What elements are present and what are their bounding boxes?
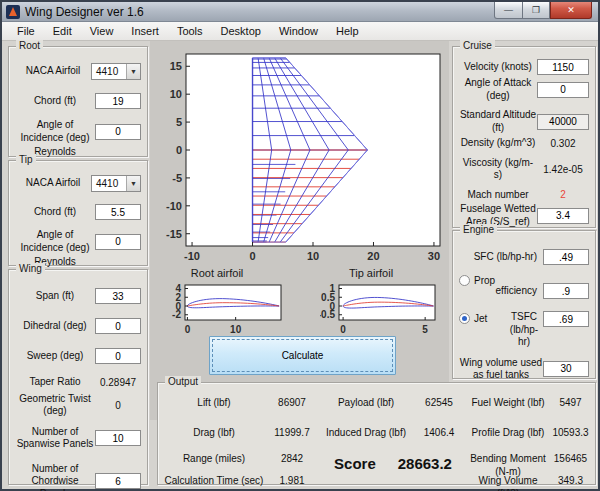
plot-area: -100102030-15-10-5051015 Root airfoil Ti…	[150, 41, 449, 420]
wing-span-label: Span (ft)	[15, 290, 95, 303]
wing-taper-label: Taper Ratio	[15, 376, 95, 389]
calculate-button[interactable]: Calculate	[209, 336, 396, 375]
output-drag-label: Drag (lbf)	[164, 427, 264, 440]
tip-airfoil-title: Tip airfoil	[321, 267, 421, 279]
svg-text:4: 4	[175, 283, 181, 294]
window-controls: — ❐ ✕	[494, 2, 592, 19]
cruise-altitude-input[interactable]	[537, 114, 589, 130]
figure-client-area: -100102030-15-10-5051015 Root airfoil Ti…	[2, 41, 598, 489]
engine-sfc-input[interactable]	[543, 249, 589, 265]
menu-view[interactable]: View	[81, 23, 123, 39]
root-naca-dropdown[interactable]: 4410 ▼	[91, 63, 141, 80]
wing-spanwise-label: Number of Spanwise Panels	[15, 426, 95, 451]
cruise-aoa-input[interactable]	[537, 82, 589, 98]
output-bending-moment-value: 156465	[550, 453, 591, 464]
engine-fuel-volume-input[interactable]	[543, 361, 589, 377]
tip-chord-input[interactable]	[95, 204, 141, 220]
svg-text:-10: -10	[184, 250, 200, 262]
menu-window[interactable]: Window	[270, 23, 327, 39]
menu-insert[interactable]: Insert	[122, 23, 168, 39]
cruise-panel: Cruise Velocity (knots) Angle of Attack …	[452, 46, 596, 228]
chevron-down-icon[interactable]: ▼	[126, 64, 140, 79]
menu-file[interactable]: File	[8, 23, 44, 39]
tip-panel: Tip NACA Airfoil 4410 ▼ Chord (ft) Angle…	[8, 160, 148, 266]
root-panel-title: Root	[16, 40, 43, 51]
app-window: Wing Designer ver 1.6 — ❐ ✕ File Edit Vi…	[0, 0, 600, 491]
calculate-button-label: Calculate	[282, 350, 324, 361]
menu-desktop[interactable]: Desktop	[212, 23, 270, 39]
output-calc-time-label: Calculation Time (sec)	[164, 475, 264, 488]
jet-radio[interactable]: Jet	[459, 311, 505, 324]
output-profile-drag-label: Profile Drag (lbf)	[466, 427, 550, 440]
engine-efficiency-input[interactable]	[543, 283, 589, 299]
svg-text:15: 15	[170, 60, 182, 72]
tip-naca-value: 4410	[92, 178, 126, 189]
output-drag-value: 11999.7	[264, 427, 320, 438]
menu-bar: File Edit View Insert Tools Desktop Wind…	[2, 22, 598, 41]
cruise-velocity-label: Velocity (knots)	[459, 61, 537, 74]
chevron-down-icon[interactable]: ▼	[126, 176, 140, 191]
matlab-app-icon	[6, 5, 20, 19]
engine-panel: Engine SFC (lb/hp-hr) Prop efficiency Je…	[452, 230, 596, 379]
output-panel-title: Output	[165, 376, 201, 387]
engine-efficiency-label: efficiency	[495, 273, 543, 298]
title-bar[interactable]: Wing Designer ver 1.6 — ❐ ✕	[2, 2, 598, 22]
root-incidence-input[interactable]	[95, 124, 141, 140]
wing-dihedral-label: Dihedral (deg)	[15, 320, 95, 333]
svg-text:10: 10	[307, 250, 319, 262]
output-profile-drag-value: 10593.3	[550, 427, 591, 438]
output-induced-drag-label: Induced Drag (lbf)	[320, 427, 412, 440]
maximize-button[interactable]: ❐	[523, 2, 550, 19]
menu-help[interactable]: Help	[327, 23, 368, 39]
wing-panel: Wing Span (ft) Dihedral (deg) Sweep (deg…	[8, 269, 148, 485]
close-button[interactable]: ✕	[550, 2, 592, 19]
root-naca-label: NACA Airfoil	[15, 65, 91, 78]
cruise-density-value: 0.302	[537, 138, 589, 149]
svg-text:0: 0	[249, 250, 255, 262]
svg-text:-10: -10	[166, 200, 182, 212]
cruise-viscosity-value: 1.42e-05	[537, 164, 589, 175]
tip-naca-label: NACA Airfoil	[15, 177, 91, 190]
engine-tsfc-label: TSFC (lb/hp-hr)	[505, 311, 543, 349]
root-chord-input[interactable]	[95, 93, 141, 109]
engine-tsfc-input[interactable]	[543, 311, 589, 327]
jet-radio-circle[interactable]	[459, 313, 470, 324]
wing-sweep-input[interactable]	[95, 348, 141, 364]
svg-text:10: 10	[170, 88, 182, 100]
menu-tools[interactable]: Tools	[168, 23, 212, 39]
engine-sfc-label: SFC (lb/hp-hr)	[459, 251, 543, 264]
svg-text:30: 30	[428, 250, 440, 262]
cruise-wetted-input[interactable]	[537, 208, 589, 224]
wing-spanwise-input[interactable]	[95, 430, 141, 446]
tip-panel-title: Tip	[16, 154, 36, 165]
wing-twist-label: Geometric Twist (deg)	[15, 393, 95, 418]
wing-planform-plot: -100102030-15-10-5051015	[152, 51, 447, 275]
prop-radio-circle[interactable]	[459, 275, 470, 286]
minimize-button[interactable]: —	[494, 2, 523, 19]
wing-dihedral-input[interactable]	[95, 318, 141, 334]
tip-incidence-input[interactable]	[95, 234, 141, 250]
cruise-mach-label: Mach number	[459, 189, 537, 202]
output-calc-time-value: 1.981	[264, 475, 320, 486]
root-airfoil-title: Root airfoil	[167, 267, 267, 279]
tip-incidence-label: Angle of Incidence (deg)	[15, 229, 95, 254]
wing-chordwise-input[interactable]	[95, 473, 141, 489]
output-range-value: 2842	[264, 453, 320, 464]
tip-naca-dropdown[interactable]: 4410 ▼	[91, 175, 141, 192]
wing-taper-value: 0.28947	[95, 377, 141, 388]
cruise-velocity-input[interactable]	[537, 59, 589, 75]
tip-chord-label: Chord (ft)	[15, 206, 95, 219]
menu-edit[interactable]: Edit	[44, 23, 81, 39]
prop-radio[interactable]: Prop	[459, 273, 495, 286]
cruise-altitude-label: Standard Altitude (ft)	[459, 109, 537, 134]
score-value: 28663.2	[398, 455, 452, 472]
wing-chordwise-label: Number of Chordwise Panels	[15, 463, 95, 491]
root-airfoil-plot: 010-2024	[166, 280, 296, 342]
svg-text:5: 5	[422, 324, 428, 335]
svg-text:-5: -5	[172, 172, 182, 184]
window-title: Wing Designer ver 1.6	[25, 5, 144, 19]
svg-text:20: 20	[367, 250, 379, 262]
wing-span-input[interactable]	[95, 288, 141, 304]
svg-text:1: 1	[329, 283, 335, 294]
engine-panel-title: Engine	[460, 224, 497, 235]
